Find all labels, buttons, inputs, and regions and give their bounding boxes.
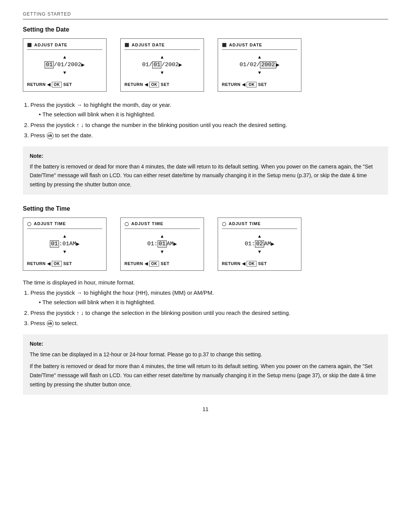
date-2-ok: OK: [149, 82, 159, 87]
date-3-pre: 01/02/: [239, 62, 260, 68]
date-1-month: 01: [45, 61, 54, 68]
date-2-arrow-up: ▲: [160, 54, 164, 60]
time-screen-2-titlebar: ◌ ADJUST TIME: [124, 221, 200, 229]
date-1-arrow-right: ▶: [81, 61, 85, 68]
time-2-set: SET: [161, 261, 169, 266]
date-1-ok: OK: [52, 82, 62, 87]
date-screen-2-content: ▲ 01/01/2002 ▶ ▼: [124, 53, 200, 78]
date-3-return: RETURN: [222, 82, 241, 87]
time-1-rest: :01AM: [59, 241, 76, 247]
time-note-line-1: The time can be displayed in a 12-hour o…: [30, 350, 381, 359]
time-3-footer: RETURN ◀ OK SET: [222, 261, 297, 267]
date-section-title: Setting the Date: [23, 26, 388, 33]
date-2-pre: 01/: [142, 62, 152, 68]
date-3-value: 01/02/2002 ▶: [239, 61, 279, 68]
time-screen-3-title: ADJUST TIME: [229, 221, 261, 226]
time-3-return: RETURN: [222, 261, 241, 266]
date-1-footer: RETURN ◀ OK SET: [27, 82, 102, 87]
time-1-arrow-up: ▲: [62, 233, 67, 239]
time-2-pre: 01:: [147, 241, 158, 247]
date-icon-1: ▦: [27, 42, 32, 48]
time-screen-3-titlebar: ◌ ADJUST TIME: [222, 221, 297, 229]
date-3-year: 2002: [260, 61, 276, 68]
date-1-value: 01/01/2002 ▶: [45, 61, 84, 68]
date-instruction-2: Press the joystick ↑ ↓ to change the num…: [30, 120, 388, 130]
time-screen-1-content: ▲ 01:01AM ▶ ▼: [27, 232, 102, 257]
date-screen-1-titlebar: ▦ ADJUST DATE: [27, 42, 102, 50]
date-note-box: Note: If the battery is removed or dead …: [23, 146, 388, 195]
time-instruction-3: Press ok to select.: [30, 318, 388, 328]
date-screen-3-title: ADJUST DATE: [229, 43, 262, 47]
date-screen-1: ▦ ADJUST DATE ▲ 01/01/2002 ▶ ▼ RETURN ◀ …: [23, 38, 107, 92]
time-screen-2-content: ▲ 01:01AM ▶ ▼: [124, 232, 200, 257]
date-1-arrow-down: ▼: [62, 70, 67, 75]
date-instruction-1-bullet: The selection will blink when it is high…: [39, 110, 388, 119]
date-1-triangle: ◀: [47, 82, 51, 87]
date-icon-3: ▦: [222, 42, 227, 48]
time-intro: The time is displayed in hour, minute fo…: [23, 279, 388, 286]
date-instruction-1: Press the joystick → to highlight the mo…: [30, 100, 388, 119]
time-screens-row: ◌ ADJUST TIME ▲ 01:01AM ▶ ▼ RETURN ◀ OK …: [23, 218, 388, 271]
time-1-footer: RETURN ◀ OK SET: [27, 261, 102, 267]
time-2-footer: RETURN ◀ OK SET: [124, 261, 200, 267]
time-3-rest: AM: [264, 241, 271, 247]
time-1-ok: OK: [52, 261, 62, 267]
date-1-arrow-up: ▲: [62, 54, 67, 60]
date-3-ok: OK: [247, 82, 256, 87]
ok-icon-time: ok: [47, 320, 54, 327]
time-note-label: Note:: [30, 340, 381, 349]
date-2-rest: /2002: [161, 62, 178, 68]
date-section: Setting the Date ▦ ADJUST DATE ▲ 01/01/2…: [23, 26, 388, 195]
date-2-return: RETURN: [124, 82, 143, 87]
time-icon-1: ◌: [27, 221, 32, 227]
time-screen-1: ◌ ADJUST TIME ▲ 01:01AM ▶ ▼ RETURN ◀ OK …: [23, 218, 107, 271]
date-instructions: Press the joystick → to highlight the mo…: [30, 100, 388, 140]
time-2-arrow-down: ▼: [160, 249, 164, 254]
time-1-triangle: ◀: [47, 261, 51, 266]
date-screen-3-content: ▲ 01/02/2002 ▶ ▼: [222, 53, 297, 78]
time-screen-1-titlebar: ◌ ADJUST TIME: [27, 221, 102, 229]
date-2-footer: RETURN ◀ OK SET: [124, 82, 200, 87]
time-screen-2: ◌ ADJUST TIME ▲ 01:01AM ▶ ▼ RETURN ◀ OK …: [120, 218, 204, 271]
date-screen-2-title: ADJUST DATE: [132, 43, 165, 47]
time-2-arrow-up: ▲: [160, 233, 164, 239]
time-3-value: 01:02AM ▶: [245, 240, 274, 248]
time-instruction-1-bullet: The selection will blink when it is high…: [39, 297, 388, 307]
date-screen-2: ▦ ADJUST DATE ▲ 01/01/2002 ▶ ▼ RETURN ◀ …: [120, 38, 204, 92]
date-2-arrow-right: ▶: [179, 61, 182, 68]
time-note-box: Note: The time can be displayed in a 12-…: [23, 334, 388, 395]
time-1-hour: 01: [50, 240, 59, 248]
date-icon-2: ▦: [124, 42, 129, 48]
time-instruction-1: Press the joystick → to highlight the ho…: [30, 288, 388, 307]
time-1-set: SET: [63, 261, 72, 266]
date-screen-3: ▦ ADJUST DATE ▲ 01/02/2002 ▶ ▼ RETURN ◀ …: [218, 38, 301, 92]
time-1-value: 01:01AM ▶: [50, 240, 80, 248]
date-1-return: RETURN: [27, 82, 46, 87]
date-2-arrow-down: ▼: [160, 70, 164, 75]
time-3-pre: 01:: [245, 241, 255, 247]
time-3-set: SET: [258, 261, 267, 266]
date-screen-2-titlebar: ▦ ADJUST DATE: [124, 42, 200, 50]
time-3-arrow-down: ▼: [257, 249, 262, 254]
time-3-triangle: ◀: [242, 261, 245, 266]
time-1-arrow-right: ▶: [76, 240, 80, 248]
time-icon-2: ◌: [124, 221, 129, 227]
time-screen-3-content: ▲ 01:02AM ▶ ▼: [222, 232, 297, 257]
time-1-return: RETURN: [27, 261, 46, 266]
time-note-line-2: If the battery is removed or dead for mo…: [30, 362, 381, 389]
time-2-min: 01: [158, 240, 167, 248]
date-screen-3-titlebar: ▦ ADJUST DATE: [222, 42, 297, 50]
date-note-label: Note:: [30, 152, 381, 161]
time-icon-3: ◌: [222, 221, 226, 227]
time-instructions: Press the joystick → to highlight the ho…: [30, 288, 388, 328]
date-screens-row: ▦ ADJUST DATE ▲ 01/01/2002 ▶ ▼ RETURN ◀ …: [23, 38, 388, 92]
date-3-set: SET: [258, 82, 267, 87]
date-screen-1-content: ▲ 01/01/2002 ▶ ▼: [27, 53, 102, 78]
time-2-rest: AM: [167, 241, 174, 247]
time-section-title: Setting the Time: [23, 205, 388, 212]
time-1-arrow-down: ▼: [62, 249, 67, 254]
date-3-footer: RETURN ◀ OK SET: [222, 82, 297, 87]
ok-icon-date: ok: [47, 132, 54, 139]
date-2-set: SET: [161, 82, 169, 87]
date-2-triangle: ◀: [145, 82, 148, 87]
